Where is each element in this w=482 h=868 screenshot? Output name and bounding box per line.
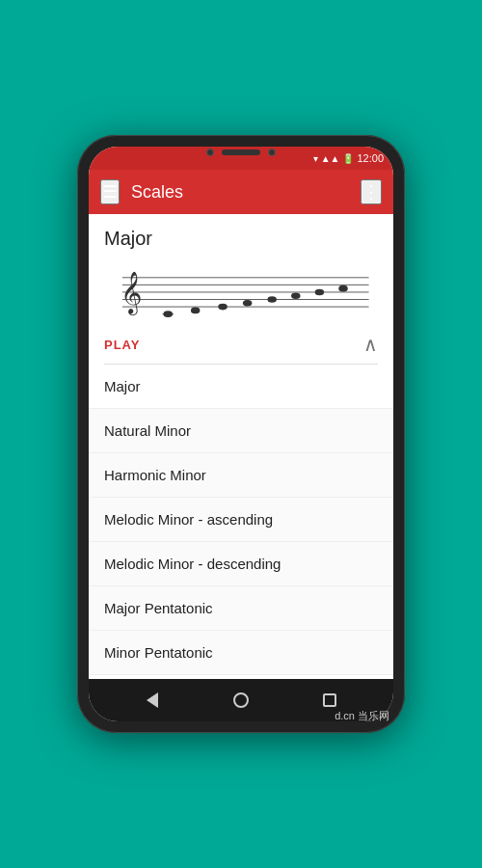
svg-point-11 bbox=[267, 296, 276, 303]
speaker bbox=[222, 149, 260, 155]
app-title: Scales bbox=[131, 182, 349, 203]
list-item[interactable]: Major Pentatonic bbox=[89, 586, 393, 631]
svg-point-8 bbox=[191, 308, 200, 314]
more-options-button[interactable]: ⋮ bbox=[361, 179, 382, 204]
app-bar: ☰ Scales ⋮ bbox=[89, 170, 393, 214]
play-button[interactable]: PLAY bbox=[104, 338, 140, 352]
list-item[interactable]: Major bbox=[89, 365, 393, 409]
main-content: Major 𝄞 bbox=[89, 214, 393, 679]
staff-svg: 𝄞 bbox=[104, 258, 378, 325]
phone-frame: ▾ ▲▲ 🔋 12:00 ☰ Scales ⋮ Major bbox=[77, 135, 405, 733]
phone-screen: ▾ ▲▲ 🔋 12:00 ☰ Scales ⋮ Major bbox=[89, 147, 393, 721]
camera bbox=[206, 149, 214, 156]
list-item[interactable]: Melodic Minor - ascending bbox=[89, 498, 393, 542]
scale-list: Major Natural Minor Harmonic Minor Melod… bbox=[89, 365, 393, 675]
camera-front bbox=[268, 149, 276, 156]
home-icon bbox=[233, 692, 249, 708]
status-time: 12:00 bbox=[357, 152, 384, 164]
battery-icon: 🔋 bbox=[342, 153, 354, 164]
svg-point-14 bbox=[338, 285, 347, 292]
scale-name-header: Major bbox=[104, 228, 378, 250]
play-row: PLAY ∧ bbox=[104, 325, 378, 365]
score-section: Major 𝄞 bbox=[89, 214, 393, 365]
status-icons: ▾ ▲▲ 🔋 12:00 bbox=[313, 152, 384, 164]
svg-text:𝄞: 𝄞 bbox=[120, 271, 142, 316]
recents-icon bbox=[323, 693, 336, 707]
home-button[interactable] bbox=[222, 681, 260, 719]
svg-point-10 bbox=[243, 300, 252, 307]
list-item[interactable]: Melodic Minor - descending bbox=[89, 542, 393, 586]
back-button[interactable] bbox=[133, 681, 172, 719]
list-item[interactable]: Minor Pentatonic bbox=[89, 631, 393, 675]
list-item[interactable]: Natural Minor bbox=[89, 409, 393, 453]
svg-point-13 bbox=[315, 289, 324, 296]
staff-container: 𝄞 bbox=[104, 258, 378, 325]
list-item[interactable]: Harmonic Minor bbox=[89, 453, 393, 498]
svg-point-9 bbox=[218, 304, 227, 311]
watermark: d.cn 当乐网 bbox=[335, 709, 389, 723]
collapse-icon[interactable]: ∧ bbox=[363, 333, 378, 356]
menu-button[interactable]: ☰ bbox=[100, 179, 120, 204]
wifi-icon: ▾ bbox=[313, 153, 318, 164]
back-icon bbox=[147, 692, 158, 708]
signal-icon: ▲▲ bbox=[321, 153, 340, 164]
svg-point-12 bbox=[291, 292, 300, 299]
phone-notch bbox=[206, 149, 276, 156]
